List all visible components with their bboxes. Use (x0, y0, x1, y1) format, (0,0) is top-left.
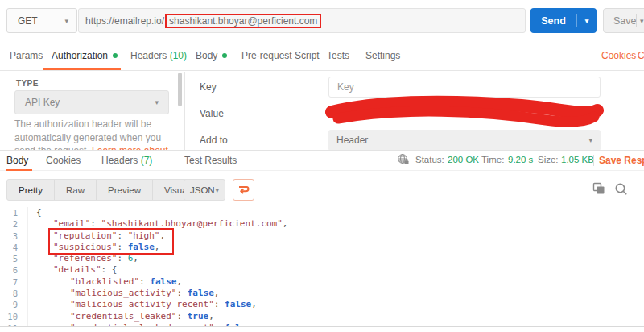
json-token: , (208, 311, 214, 322)
tab-label: Settings (365, 50, 400, 61)
code-line: 2"email": "shashikant.bhoyar@perficient.… (0, 218, 644, 230)
green-dot-icon (113, 53, 118, 58)
code-text: "suspicious": false, (27, 242, 159, 253)
code-link[interactable]: Code (638, 50, 644, 61)
json-token: , (214, 288, 220, 298)
code-line: 8"malicious_activity": false, (0, 288, 644, 299)
status-label: Status: (415, 155, 444, 164)
url-highlighted-annotation: shashikant.bhoyar@perficient.com (165, 14, 321, 28)
link-label: Cookies (601, 50, 636, 61)
response-tab-headers[interactable]: Headers (7) (101, 155, 152, 166)
url-input[interactable]: https://emailrep.io/shashikant.bhoyar@pe… (78, 8, 526, 33)
format-value: JSON (190, 185, 215, 195)
response-tab-body[interactable]: Body (6, 155, 28, 166)
line-number: 4 (0, 242, 27, 253)
view-mode-switcher: Pretty Raw Preview Visualize (6, 179, 213, 201)
tab-label: Authorization (52, 50, 108, 61)
json-token: : (117, 242, 127, 252)
save-response-link[interactable]: Save Response (599, 155, 644, 166)
search-icon[interactable] (614, 182, 628, 199)
tab-label: Pre-request Script (242, 50, 320, 61)
key-input[interactable] (328, 77, 601, 98)
url-prefix: https://emailrep.io/ (85, 15, 164, 27)
json-token: "credentials_leaked" (70, 311, 176, 322)
save-button[interactable]: Save ▾ (603, 8, 644, 33)
view-tab-preview[interactable]: Preview (97, 180, 153, 200)
json-token: "blacklisted" (70, 276, 139, 287)
chevron-down-icon[interactable]: ▾ (577, 17, 597, 25)
json-token: "suspicious" (53, 242, 117, 252)
value-input[interactable] (328, 103, 601, 124)
format-dropdown[interactable]: JSON ▾ (184, 179, 225, 201)
tab-label: Cookies (46, 155, 80, 166)
request-url-bar: GET ▾ https://emailrep.io/shashikant.bho… (0, 0, 644, 39)
chevron-down-icon: ▾ (155, 98, 159, 106)
copy-icon[interactable] (592, 182, 605, 198)
json-token: : (176, 311, 187, 322)
size-value: 1.05 KB (561, 155, 594, 164)
json-token: "details" (53, 264, 101, 275)
chevron-down-icon[interactable]: ▾ (637, 17, 644, 25)
send-button[interactable]: Send ▾ (530, 8, 597, 33)
line-number: 7 (0, 276, 27, 288)
wrap-text-icon (237, 183, 250, 197)
scrollbar[interactable] (178, 73, 182, 106)
response-view-bar: Pretty Raw Preview Visualize JSON ▾ (0, 171, 644, 206)
size-label: Size: (538, 155, 559, 164)
code-text: "reputation": "high", (27, 230, 165, 242)
tab-label: Params (10, 50, 43, 61)
code-lines: 1{2"email": "shashikant.bhoyar@perficien… (0, 207, 644, 326)
json-token: , (251, 299, 257, 309)
tab-settings[interactable]: Settings (365, 50, 400, 61)
time-value: 9.20 s (508, 155, 533, 164)
json-token: false (225, 299, 251, 309)
addto-dropdown[interactable]: Header ▾ (328, 130, 601, 151)
tab-headers[interactable]: Headers (10) (130, 50, 187, 61)
tab-authorization[interactable]: Authorization (52, 50, 118, 61)
response-tab-cookies[interactable]: Cookies (46, 155, 80, 166)
response-header: Body Cookies Headers (7) Test Results St… (0, 151, 644, 171)
json-token: : (117, 253, 127, 264)
view-tab-pretty[interactable]: Pretty (7, 180, 55, 200)
response-body-editor[interactable]: 1{2"email": "shashikant.bhoyar@perficien… (0, 207, 644, 326)
chevron-down-icon: ▾ (64, 17, 68, 25)
wrap-text-button[interactable] (233, 179, 254, 201)
view-tab-raw[interactable]: Raw (55, 180, 97, 200)
json-token: { (36, 207, 42, 218)
json-token: false (150, 276, 176, 287)
json-token: "high" (128, 230, 160, 241)
green-dot-icon (222, 53, 227, 58)
tab-tests[interactable]: Tests (327, 50, 349, 61)
type-label: TYPE (16, 79, 39, 88)
code-line: 10"credentials_leaked": true, (0, 311, 644, 322)
status-value: 200 OK (448, 155, 479, 164)
line-number: 9 (0, 299, 27, 310)
tab-label: Body (6, 155, 28, 166)
tab-body[interactable]: Body (196, 50, 227, 61)
method-dropdown[interactable]: GET ▾ (6, 8, 77, 33)
json-token: , (283, 218, 288, 229)
json-token: "malicious_activity_recent" (70, 299, 214, 309)
code-text: { (27, 207, 42, 218)
code-line: 5"references": 6, (0, 253, 644, 264)
learn-more-link[interactable]: Learn more about (92, 145, 168, 151)
tab-label: Body (196, 50, 217, 61)
auth-type-dropdown[interactable]: API Key ▾ (14, 90, 169, 114)
addto-value: Header (336, 135, 368, 146)
response-tab-test-results[interactable]: Test Results (184, 155, 237, 166)
json-token: : { (101, 264, 118, 275)
line-number: 1 (0, 207, 27, 218)
code-text: "details": { (27, 264, 117, 276)
json-token: : (117, 230, 127, 241)
tab-label: Test Results (184, 155, 237, 166)
chevron-down-icon: ▾ (215, 186, 219, 194)
active-tab-underline (43, 68, 121, 70)
tab-pre-request-script[interactable]: Pre-request Script (242, 50, 320, 61)
tab-label: Headers (130, 50, 167, 61)
cookies-link[interactable]: Cookies (601, 50, 636, 61)
code-text: "email": "shashikant.bhoyar@perficient.c… (27, 218, 287, 230)
json-token: "reputation" (53, 230, 117, 241)
value-label: Value (200, 108, 224, 119)
tab-params[interactable]: Params (10, 50, 43, 61)
request-tabs: Params Authorization Headers (10) Body P… (0, 39, 644, 71)
